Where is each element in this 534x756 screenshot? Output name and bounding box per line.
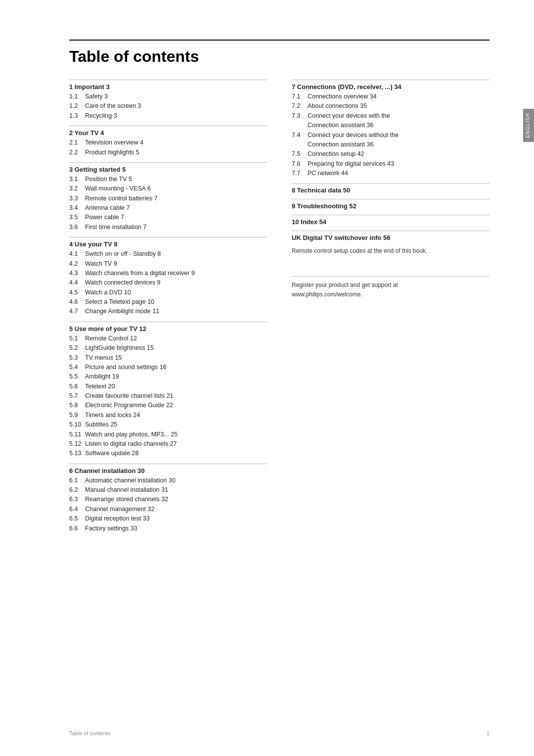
list-item: 3.6First time installation 7 <box>69 223 267 232</box>
left-column: 1 Important 3 1.1Safety 3 1.2Care of the… <box>69 80 267 538</box>
list-item: 5.8Electronic Programme Guide 22 <box>69 401 267 410</box>
register-footer: Register your product and get support at… <box>292 276 490 299</box>
list-item: 5.5Ambilight 19 <box>69 372 267 381</box>
section-2-rule <box>69 126 267 126</box>
section-10-header: 10 Index 54 <box>292 218 490 226</box>
section-4: 4 Use your TV 8 4.1Switch on or off - St… <box>69 237 267 317</box>
footer-right-text: 1 <box>487 730 490 736</box>
list-item: 6.5Digital reception test 33 <box>69 514 267 523</box>
list-item: 7.5Connection setup 42 <box>292 149 490 159</box>
list-item: 5.4Picture and sound settings 16 <box>69 363 267 372</box>
list-item: 5.2LightGuide brightness 15 <box>69 343 267 353</box>
section-5-header: 5 Use more of your TV 12 <box>69 325 267 332</box>
list-item: 4.4Watch connected devices 9 <box>69 278 267 287</box>
section-uk-header: UK Digital TV switchover info 56 <box>292 234 490 241</box>
toc-columns: 1 Important 3 1.1Safety 3 1.2Care of the… <box>69 80 490 538</box>
section-7-rule <box>292 80 490 80</box>
list-item: 6.3Rearrange stored channels 32 <box>69 495 267 504</box>
section-uk-rule <box>292 231 490 231</box>
list-item: 6.2Manual channel installation 31 <box>69 485 267 495</box>
list-item: 3.3Remote control batteries 7 <box>69 194 267 203</box>
section-5: 5 Use more of your TV 12 5.1Remote Contr… <box>69 322 267 459</box>
list-item: 5.3TV menus 15 <box>69 353 267 363</box>
section-1: 1 Important 3 1.1Safety 3 1.2Care of the… <box>69 80 267 121</box>
list-item: 6.4Channel management 32 <box>69 505 267 514</box>
side-tab: ENGLISH <box>523 109 534 142</box>
footer-left-text: Table of contents <box>69 730 110 736</box>
register-footer-rule <box>292 276 490 277</box>
list-item: 5.10Subtitles 25 <box>69 420 267 429</box>
list-item: 5.12Listen to digital radio channels 27 <box>69 439 267 449</box>
list-item: 1.2Care of the screen 3 <box>69 101 267 111</box>
section-1-header: 1 Important 3 <box>69 83 267 91</box>
list-item: 5.13Software update 28 <box>69 449 267 458</box>
note-1-text: Remote control setup codes at the end of… <box>292 246 490 256</box>
list-item: 4.6Select a Teletext page 10 <box>69 297 267 307</box>
list-item: 4.2Watch TV 9 <box>69 259 267 269</box>
list-item: 1.1Safety 3 <box>69 92 267 101</box>
list-item: 7.1Connections overview 34 <box>292 92 490 101</box>
section-7: 7 Connections (DVD, receiver, ...) 34 7.… <box>292 80 490 178</box>
section-8: 8 Technical data 50 <box>292 183 490 194</box>
list-item: 2.2Product highlights 5 <box>69 148 267 157</box>
section-6-rule <box>69 464 267 464</box>
section-1-rule <box>69 80 267 80</box>
list-item: 7.6Preparing for digital services 43 <box>292 159 490 169</box>
list-item: 4.5Watch a DVD 10 <box>69 288 267 297</box>
list-item: 5.7Create favourite channel lists 21 <box>69 391 267 401</box>
section-8-rule <box>292 183 490 184</box>
list-item: 5.9Timers and locks 24 <box>69 411 267 420</box>
list-item: 1.3Recycling 3 <box>69 111 267 121</box>
list-item: 3.1Position the TV 5 <box>69 175 267 184</box>
section-3-header: 3 Getting started 5 <box>69 166 267 173</box>
section-4-rule <box>69 237 267 237</box>
section-6: 6 Channel installation 30 6.1Automatic c… <box>69 464 267 533</box>
list-item: 4.1Switch on or off - Standby 8 <box>69 249 267 259</box>
page-title: Table of contents <box>69 47 490 66</box>
list-item: 3.2Wall mounting - VESA 6 <box>69 184 267 193</box>
section-9: 9 Troubleshooting 52 <box>292 199 490 210</box>
section-5-rule <box>69 322 267 322</box>
list-item: 6.1Automatic channel installation 30 <box>69 476 267 485</box>
note-1: Remote control setup codes at the end of… <box>292 246 490 256</box>
list-item: 7.2About connections 35 <box>292 101 490 111</box>
register-line1: Register your product and get support at <box>292 281 490 290</box>
section-10: 10 Index 54 <box>292 215 490 226</box>
list-item: 5.11Watch and play photos, MP3... 25 <box>69 430 267 439</box>
list-item: 6.6Factory settings 33 <box>69 524 267 533</box>
list-item: 7.4Connect your devices without theConne… <box>292 131 490 150</box>
list-item: 5.1Remote Control 12 <box>69 334 267 343</box>
register-line2: www.philips.com/welcome. <box>292 290 490 299</box>
section-8-header: 8 Technical data 50 <box>292 187 490 194</box>
section-4-header: 4 Use your TV 8 <box>69 240 267 248</box>
section-9-header: 9 Troubleshooting 52 <box>292 202 490 210</box>
section-2-header: 2 Your TV 4 <box>69 129 267 137</box>
section-9-rule <box>292 199 490 199</box>
list-item: 4.3Watch channels from a digital receive… <box>69 269 267 278</box>
list-item: 7.7PC network 44 <box>292 169 490 178</box>
list-item: 7.3Connect your devices with theConnecti… <box>292 111 490 131</box>
list-item: 3.5Power cable 7 <box>69 213 267 222</box>
list-item: 3.4Antenna cable 7 <box>69 203 267 213</box>
section-10-rule <box>292 215 490 215</box>
section-uk: UK Digital TV switchover info 56 <box>292 231 490 241</box>
section-3: 3 Getting started 5 3.1Position the TV 5… <box>69 162 267 232</box>
section-7-header: 7 Connections (DVD, receiver, ...) 34 <box>292 83 490 91</box>
section-3-rule <box>69 162 267 163</box>
title-rule <box>69 40 490 41</box>
section-2: 2 Your TV 4 2.1Television overview 4 2.2… <box>69 126 267 157</box>
list-item: 4.7Change Ambilight mode 11 <box>69 307 267 316</box>
list-item: 5.6Teletext 20 <box>69 382 267 391</box>
page: ENGLISH Table of contents 1 Important 3 … <box>0 0 534 756</box>
section-6-header: 6 Channel installation 30 <box>69 467 267 474</box>
right-column: 7 Connections (DVD, receiver, ...) 34 7.… <box>292 80 490 538</box>
page-footer: Table of contents 1 <box>69 730 490 736</box>
list-item: 2.1Television overview 4 <box>69 138 267 147</box>
